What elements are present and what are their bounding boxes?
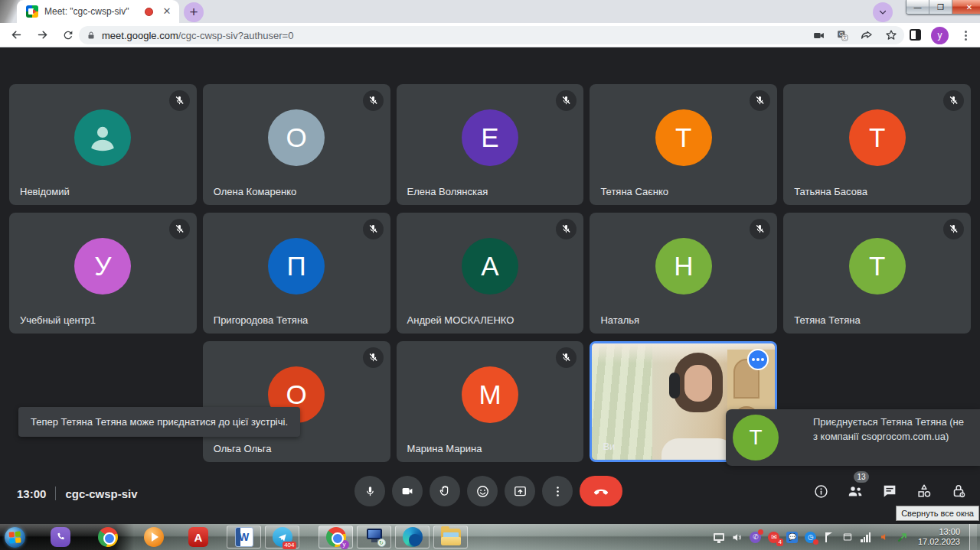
participant-tile[interactable]: Н Наталья [590, 213, 777, 334]
chat-button[interactable] [880, 482, 899, 500]
edge-icon [403, 527, 423, 547]
volume-icon[interactable] [731, 531, 743, 543]
taskbar-chrome-active[interactable]: y [318, 526, 353, 548]
tray-time: 13:00 [918, 527, 960, 537]
participant-name: Тетяна Тетяна [794, 314, 860, 326]
mic-off-icon [556, 219, 577, 239]
participant-tile[interactable]: А Андрей МОСКАЛЕНКО [397, 213, 584, 334]
camera-button[interactable] [392, 476, 423, 506]
audio-device-icon[interactable] [878, 531, 890, 543]
action-center-flag-icon[interactable] [823, 531, 835, 543]
avatar-initial: М [479, 379, 501, 410]
taskbar-chrome[interactable] [96, 526, 119, 548]
participant-tile[interactable]: М Марина Марина [397, 341, 584, 462]
browser-tab-meet[interactable]: Meet: "cgc-cwsp-siv" ✕ [17, 0, 179, 23]
acrobat-icon: A [188, 527, 208, 547]
mic-off-icon [169, 90, 190, 111]
end-call-button[interactable] [580, 476, 622, 506]
chat-icon [881, 483, 898, 500]
clock-app-tray-icon[interactable]: ◷ [805, 531, 817, 543]
participant-tile[interactable]: О Ольга Ольга [203, 341, 390, 462]
system-tray: ✆ ✉4 💬 ◷ 13:00 17.02.2023 [713, 524, 980, 550]
participant-name: Олена Комаренко [214, 186, 296, 197]
person-silhouette-icon [85, 120, 120, 155]
avatar-initial: О [286, 122, 307, 153]
display-settings-icon[interactable] [713, 531, 725, 543]
taskbar-file-explorer[interactable] [433, 526, 468, 548]
back-button[interactable] [6, 25, 26, 45]
participant-name: Андрей МОСКАЛЕНКО [407, 314, 514, 326]
restore-button[interactable]: ❐ [929, 0, 952, 14]
safe-remove-icon[interactable] [897, 531, 909, 543]
desktop-screen: Meet: "cgc-cwsp-siv" ✕ + — ❐ ✕ meet.goog… [0, 0, 980, 550]
browser-menu-icon[interactable] [959, 28, 972, 42]
participant-tile[interactable]: Невідомий [9, 84, 197, 205]
participant-avatar: Т [655, 109, 712, 166]
share-icon[interactable] [860, 28, 874, 42]
minimize-button[interactable]: — [906, 0, 929, 14]
show-desktop-button[interactable] [969, 524, 977, 550]
activities-button[interactable] [915, 482, 933, 500]
self-tile-menu-button[interactable] [747, 349, 769, 370]
microphone-button[interactable] [354, 476, 385, 506]
network-signal-icon[interactable] [860, 531, 872, 543]
present-screen-button[interactable] [505, 476, 535, 506]
participant-tile[interactable]: Т Тетяна Тетяна [783, 213, 971, 334]
viber-tray-icon[interactable]: ✆ [750, 531, 762, 543]
meeting-time: 13:00 [17, 487, 46, 500]
word-icon: W [235, 527, 253, 547]
taskbar-edge[interactable] [395, 526, 430, 548]
camera-in-use-icon[interactable] [812, 29, 825, 42]
taskbar-remote-pc[interactable]: ↻ [357, 526, 391, 548]
chrome-icon: y [326, 527, 346, 547]
participant-tile[interactable]: У Учебный центр1 [9, 213, 197, 334]
side-panel-icon[interactable] [910, 29, 921, 41]
tray-clock[interactable]: 13:00 17.02.2023 [918, 527, 960, 547]
participant-tile[interactable]: Т Татьяна Басова [783, 84, 971, 205]
windows-logo-icon [5, 527, 25, 548]
new-tab-button[interactable]: + [184, 2, 204, 22]
mic-off-icon [943, 219, 964, 239]
reload-button[interactable] [58, 25, 78, 45]
taskbar-acrobat[interactable]: A [187, 526, 210, 548]
messenger-tray-icon[interactable]: 💬 [786, 531, 799, 543]
taskbar-viber[interactable] [49, 526, 72, 548]
mail-tray-icon[interactable]: ✉4 [768, 531, 780, 543]
show-desktop-tooltip: Свернуть все окна [896, 506, 979, 521]
profile-avatar[interactable]: y [931, 27, 949, 44]
participant-tile[interactable]: Е Елена Волянская [397, 84, 584, 205]
google-meet-favicon [26, 5, 38, 18]
tab-search-button[interactable] [873, 2, 893, 22]
participant-tile[interactable]: П Пригородова Тетяна [203, 213, 390, 334]
participant-name: Татьяна Басова [794, 186, 867, 197]
avatar-initial: А [481, 251, 498, 282]
taskbar-telegram[interactable]: 404 [265, 526, 299, 548]
google-meet-page: Невідомий О Олена Комаренко Е Елена Воля… [0, 47, 980, 524]
more-options-button[interactable] [542, 476, 573, 506]
meet-bottom-bar: 13:00 cgc-cwsp-siv [0, 465, 980, 524]
address-bar[interactable]: meet.google.com/cgc-cwsp-siv?authuser=0 … [79, 26, 904, 44]
divider [55, 487, 56, 500]
participant-avatar: Т [849, 238, 906, 295]
raise-hand-button[interactable] [430, 476, 460, 506]
people-button[interactable]: 13 [846, 482, 864, 500]
mic-off-icon [169, 219, 190, 239]
program-window-icon[interactable] [841, 531, 854, 543]
join-avatar: Т [733, 415, 779, 461]
participant-name: Ви [603, 441, 615, 452]
participant-tile[interactable]: О Олена Комаренко [203, 84, 390, 205]
host-controls-button[interactable] [949, 482, 968, 500]
end-call-icon [593, 483, 609, 500]
forward-button[interactable] [32, 25, 52, 45]
microphone-icon [364, 485, 377, 498]
tab-close-icon[interactable]: ✕ [161, 5, 173, 18]
close-button[interactable]: ✕ [952, 0, 980, 14]
start-button[interactable] [3, 526, 26, 548]
meeting-details-button[interactable] [812, 482, 830, 500]
reactions-button[interactable] [467, 476, 498, 506]
translate-icon[interactable]: G文 [836, 29, 849, 42]
taskbar-media-player[interactable] [142, 526, 165, 548]
participant-tile[interactable]: Т Тетяна Саєнко [590, 84, 777, 205]
bookmark-star-icon[interactable] [884, 28, 898, 42]
taskbar-word[interactable]: W [227, 526, 261, 548]
